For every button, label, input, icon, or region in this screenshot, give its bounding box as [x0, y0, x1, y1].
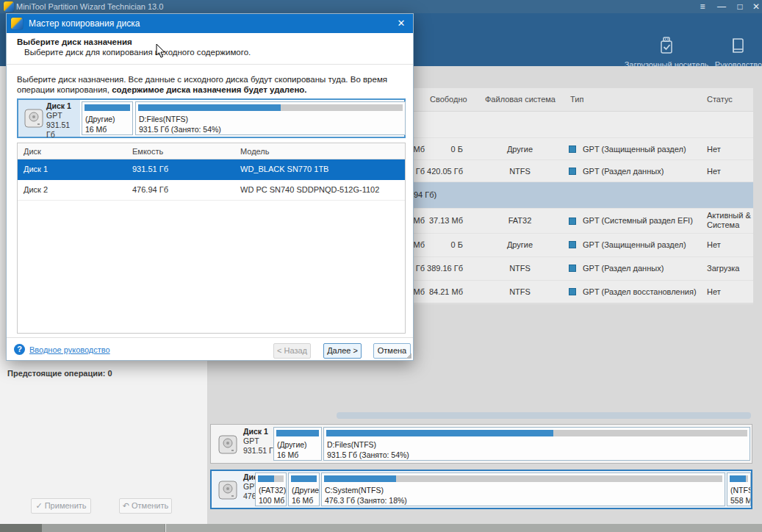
destination-disk-table: Диск Емкость Модель Диск 1 931.51 Гб WD_…	[17, 143, 406, 334]
col-type[interactable]: Тип	[570, 95, 583, 104]
partition-block[interactable]: D:Files(NTFS) 931.5 Гб (Занято: 54%)	[323, 427, 750, 461]
type-chip-icon	[569, 145, 576, 153]
partition-block[interactable]: D:Files(NTFS) 931.5 Гб (Занято: 54%)	[135, 101, 406, 135]
col-free[interactable]: Свободно	[430, 95, 467, 104]
cancel-button[interactable]: Отмена	[373, 343, 411, 359]
type-chip-icon	[569, 168, 576, 175]
mouse-cursor	[156, 43, 166, 59]
disk-scheme: GPT	[243, 436, 278, 446]
disk2-group-fragment: 94 Гб)	[414, 190, 436, 199]
bottom-strip-segment	[0, 524, 42, 532]
partition-block[interactable]: (Другие) 16 Мб	[82, 101, 133, 135]
cell-status: Нет	[707, 287, 721, 296]
minimize-icon[interactable]: —	[714, 0, 729, 13]
partition-block[interactable]: C:System(NTFS) 476.3 Гб (Занято: 18%)	[321, 472, 725, 506]
col-filesystem[interactable]: Файловая система	[485, 95, 556, 104]
dialog-title: Мастер копирования диска	[29, 18, 140, 29]
intro-guide-link[interactable]: Вводное руководство	[29, 345, 110, 354]
cell-status: Нет	[707, 145, 721, 154]
partition-label: (Другие)	[85, 115, 115, 123]
close-dialog-icon[interactable]: ✕	[394, 17, 409, 30]
col-model[interactable]: Модель	[240, 147, 269, 156]
partition-size: 16 Мб	[292, 496, 313, 505]
cell-filesystem: Другие	[485, 145, 555, 154]
cell-capacity: 931.51 Гб	[132, 165, 168, 173]
dialog-titlebar[interactable]: Мастер копирования диска ✕	[7, 14, 413, 33]
partition-label: D:Files(NTFS)	[327, 440, 376, 449]
menu-icon[interactable]: ≡	[695, 0, 710, 13]
next-button[interactable]: Далее >	[323, 343, 362, 359]
partition-label: (Другие)	[277, 440, 307, 449]
partition-label: D:Files(NTFS)	[139, 115, 188, 123]
help-icon[interactable]: ?	[14, 344, 25, 355]
partition-size: 100 Мб (Зан	[259, 496, 287, 505]
partition-size: 931.5 Гб (Занято: 54%)	[139, 125, 221, 134]
disk-drive-icon	[217, 479, 239, 503]
partition-block[interactable]: (Другие) 16 Мб	[288, 472, 320, 506]
partition-block[interactable]: (NTFS) 558 Мб (Зан	[727, 472, 751, 506]
type-chip-icon	[569, 265, 576, 272]
col-disk[interactable]: Диск	[24, 147, 41, 156]
destination-row-disk1[interactable]: Диск 1 931.51 Гб WD_BLACK SN770 1TB	[18, 159, 405, 180]
disk-copy-wizard-dialog: Мастер копирования диска ✕ Выберите диск…	[6, 13, 414, 361]
partition-size: 931.5 Гб (Занято: 54%)	[327, 450, 409, 459]
destination-table-header: Диск Емкость Модель	[18, 143, 405, 159]
partition-label: (NTFS)	[730, 486, 751, 495]
divider	[7, 337, 413, 338]
dialog-subheading: Выберите диск для копирования исходного …	[24, 48, 251, 57]
cell-disk: Диск 2	[24, 185, 48, 194]
partition-size: 558 Мб (Зан	[730, 496, 751, 505]
partition-size: 476.3 Гб (Занято: 18%)	[325, 496, 407, 505]
disk-name: Диск 1	[46, 101, 80, 111]
guide-button[interactable]: Руководство	[694, 37, 762, 69]
cell-filesystem: Другие	[485, 240, 555, 249]
cell-type: GPT (Защищенный раздел)	[583, 240, 686, 249]
partition-label: (FAT32)	[259, 486, 286, 495]
col-capacity[interactable]: Емкость	[132, 147, 163, 156]
app-title: MiniTool Partition Wizard Technician 13.…	[16, 2, 163, 11]
partition-size: 16 Мб	[277, 450, 298, 459]
dialog-heading: Выберите диск назначения	[17, 37, 132, 46]
cell-type: GPT (Системный раздел EFI)	[583, 216, 693, 225]
type-chip-icon	[569, 241, 576, 248]
apply-button[interactable]: ✓ Применить	[31, 498, 91, 514]
maximize-icon[interactable]: □	[733, 0, 747, 13]
cell-type: GPT (Раздел данных)	[583, 264, 664, 273]
cell-type: GPT (Раздел данных)	[583, 167, 664, 176]
resize-grip[interactable]	[406, 353, 411, 359]
close-window-icon[interactable]: ✕	[749, 0, 762, 13]
cell-model: WD PC SN740 SDDPNQD-512G-1102	[240, 185, 379, 194]
undo-button[interactable]: ↶ Отменить	[119, 498, 172, 514]
horizontal-scrollbar[interactable]	[337, 412, 751, 419]
destination-row-disk2[interactable]: Диск 2 476.94 Гб WD PC SN740 SDDPNQD-512…	[18, 180, 405, 201]
diskmap-disk2[interactable]: Диск 2 GPT 476.94 Гб (FAT32) 100 Мб (Зан…	[210, 470, 752, 509]
col-status[interactable]: Статус	[707, 95, 733, 104]
disk-drive-icon	[23, 107, 45, 131]
description-line2: содержимое диска назначения будет удален…	[112, 85, 306, 94]
disk-size: 931.51 Гб	[243, 446, 278, 456]
cell-status: Активный &	[707, 211, 751, 220]
back-button[interactable]: < Назад	[273, 343, 311, 359]
partition-label: C:System(NTFS)	[325, 486, 384, 495]
cell-filesystem: NTFS	[485, 287, 555, 296]
app-logo-icon	[4, 1, 14, 12]
partition-block[interactable]: (FAT32) 100 Мб (Зан	[255, 472, 287, 506]
cell-filesystem: NTFS	[485, 264, 555, 273]
disk-name: Диск 1	[243, 427, 278, 436]
bottom-strip-segment	[42, 524, 165, 532]
cell-filesystem: NTFS	[485, 167, 555, 176]
type-chip-icon	[569, 218, 576, 225]
partition-block[interactable]: (Другие) 16 Мб	[273, 427, 322, 461]
type-chip-icon	[569, 288, 576, 295]
cell-status: Нет	[707, 240, 721, 249]
cell-type: GPT (Раздел восстановления)	[583, 287, 697, 296]
main-titlebar: MiniTool Partition Wizard Technician 13.…	[0, 0, 762, 13]
preview-disk-label: Диск 1 GPT 931.51 Гб	[18, 100, 80, 137]
bottom-strip	[166, 524, 762, 532]
cell-status-line2: Система	[707, 220, 739, 229]
dialog-description: Выберите диск назначения. Все данные с и…	[17, 74, 405, 95]
disk-label: Диск 1 GPT 931.51 Гб	[46, 101, 80, 140]
disk-size: 931.51 Гб	[46, 121, 80, 140]
cell-filesystem: FAT32	[485, 216, 555, 225]
diskmap-disk1[interactable]: Диск 1 GPT 931.51 Гб (Другие) 16 Мб D:Fi…	[210, 424, 752, 464]
